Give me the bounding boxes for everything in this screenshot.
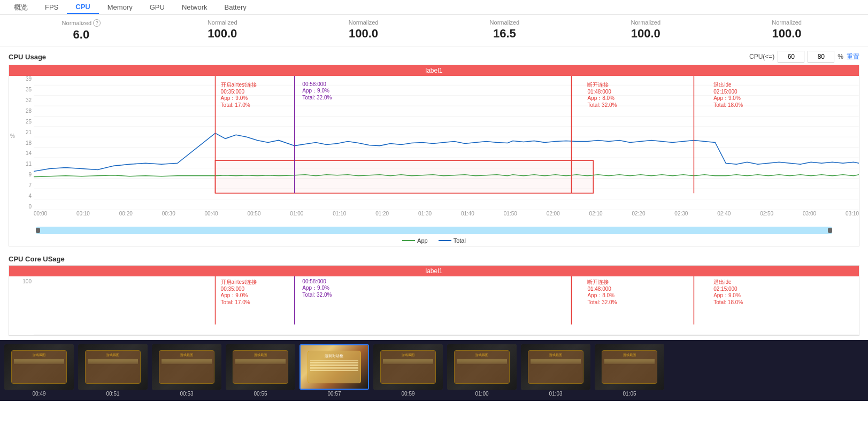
thumbnail-1[interactable]: 游戏截图 00:51 [78, 344, 148, 397]
stat-value-2: 100.0 [293, 27, 434, 41]
thumb-content-5: 游戏截图 [373, 344, 443, 390]
cpu-core-y-axis: 100 [9, 279, 34, 284]
scrollbar-left-handle[interactable] [36, 228, 40, 233]
chart-legend: App Total [9, 235, 859, 246]
legend-app-label: App [417, 237, 428, 244]
stat-col-1: Normalized 100.0 [152, 19, 293, 42]
stats-row: Normalized ? 6.0 Normalized 100.0 Normal… [0, 15, 868, 47]
legend-total-label: Total [454, 237, 466, 244]
legend-app-line [402, 240, 415, 241]
core-annotation-1: 开启airtest连接00:35:000App：9.0%Total: 17.0% [221, 279, 257, 305]
cpu-usage-title: CPU Usage [9, 53, 46, 61]
thumb-img-6: 游戏截图 [447, 344, 517, 390]
stat-label-5: Normalized [716, 19, 857, 26]
thumbnail-6[interactable]: 游戏截图 01:00 [447, 344, 517, 397]
cpu-usage-chart: label1 0 4 7 9 11 14 18 21 25 28 32 35 3… [9, 65, 859, 246]
thumb-game-ui-1: 游戏截图 [85, 350, 141, 384]
thumb-img-0: 游戏截图 [4, 344, 74, 390]
thumb-time-4: 00:57 [299, 391, 369, 397]
cpu-usage-chart-area: 0 4 7 9 11 14 18 21 25 28 32 35 39 % [9, 76, 859, 226]
stat-value-5: 100.0 [716, 27, 857, 41]
threshold-low-input[interactable] [778, 51, 804, 63]
stat-label-1: Normalized [152, 19, 293, 26]
thumb-game-ui-7: 游戏截图 [528, 350, 583, 384]
thumb-time-8: 01:05 [595, 391, 664, 397]
thumb-game-ui-3: 游戏截图 [233, 350, 288, 384]
threshold-controls: CPU(<=) % 重置 [749, 51, 859, 63]
cpu-core-section: CPU Core USage label1 100 开启airtest连接00:… [0, 251, 868, 340]
cpu-core-label-bar: label1 [9, 266, 859, 276]
legend-app: App [402, 237, 428, 244]
scrollbar-right-handle[interactable] [828, 228, 832, 233]
annotation-3: 断开连接01:48:000App：8.0%Total: 32.0% [587, 81, 617, 108]
thumbnails-section: 游戏截图 00:49 游 [0, 340, 868, 401]
thumb-game-ui-6: 游戏截图 [454, 350, 510, 384]
thumbnail-2[interactable]: 游戏截图 00:53 [152, 344, 221, 397]
stat-label-2: Normalized [293, 19, 434, 26]
thumb-img-8: 游戏截图 [595, 344, 664, 390]
nav-memory[interactable]: Memory [99, 1, 141, 13]
cpu-usage-label-bar: label1 [9, 65, 859, 76]
legend-total-line [439, 240, 451, 241]
thumb-img-5: 游戏截图 [373, 344, 443, 390]
threshold-high-input[interactable] [808, 51, 834, 63]
svg-rect-13 [215, 160, 593, 193]
nav-network[interactable]: Network [173, 1, 216, 13]
thumbnail-4[interactable]: 游戏对话框 00:57 [299, 344, 369, 397]
nav-battery[interactable]: Battery [216, 1, 255, 13]
thumb-time-0: 00:49 [4, 391, 74, 397]
stat-col-2: Normalized 100.0 [293, 19, 434, 42]
thumbnails-row: 游戏截图 00:49 游 [0, 344, 868, 397]
thumb-img-4: 游戏对话框 [299, 344, 369, 390]
thumb-time-5: 00:59 [373, 391, 443, 397]
reset-button[interactable]: 重置 [847, 52, 859, 61]
stat-label-0: Normalized ? [11, 19, 152, 27]
thumbnail-8[interactable]: 游戏截图 01:05 [595, 344, 664, 397]
nav-cpu[interactable]: CPU [67, 1, 98, 14]
cpu-core-header: CPU Core USage [9, 255, 859, 263]
threshold-unit: % [838, 53, 843, 60]
thumb-img-2: 游戏截图 [152, 344, 221, 390]
thumb-content-7: 游戏截图 [521, 344, 590, 390]
thumb-time-3: 00:55 [226, 391, 295, 397]
cpu-usage-header: CPU Usage CPU(<=) % 重置 [9, 51, 859, 63]
thumb-img-3: 游戏截图 [226, 344, 295, 390]
thumb-content-6: 游戏截图 [447, 344, 517, 390]
top-navigation: 概览 FPS CPU Memory GPU Network Battery [0, 0, 868, 15]
thumb-game-ui-0: 游戏截图 [11, 350, 67, 384]
cpu-usage-section: CPU Usage CPU(<=) % 重置 label1 0 4 7 9 11… [0, 47, 868, 251]
cpu-core-chart-area: 100 开启airtest连接00:35:000App：9.0%Total: 1… [9, 276, 859, 335]
thumb-time-6: 01:00 [447, 391, 517, 397]
thumbnail-7[interactable]: 游戏截图 01:03 [521, 344, 590, 397]
nav-overview[interactable]: 概览 [5, 1, 36, 14]
thumb-time-1: 00:51 [78, 391, 148, 397]
thumb-game-ui-2: 游戏截图 [159, 350, 214, 384]
thumb-game-ui-8: 游戏截图 [602, 350, 657, 384]
thumb-time-2: 00:53 [152, 391, 221, 397]
thumb-content-3: 游戏截图 [226, 344, 295, 390]
thumb-game-ui-5: 游戏截图 [380, 350, 436, 384]
nav-fps[interactable]: FPS [36, 1, 67, 13]
threshold-label: CPU(<=) [749, 53, 774, 60]
thumbnail-3[interactable]: 游戏截图 00:55 [226, 344, 295, 397]
stat-col-0: Normalized ? 6.0 [11, 19, 152, 42]
thumb-game-ui-4: 游戏对话框 [308, 351, 362, 383]
stat-value-0: 6.0 [11, 28, 152, 42]
thumb-content-4: 游戏对话框 [301, 345, 368, 389]
thumb-time-7: 01:03 [521, 391, 590, 397]
stat-value-4: 100.0 [575, 27, 716, 41]
stat-value-3: 16.5 [434, 27, 575, 41]
stat-label-4: Normalized [575, 19, 716, 26]
annotation-4: 退出ide02:15:000App：9.0%Total: 18.0% [713, 81, 743, 108]
info-icon-0[interactable]: ? [93, 19, 101, 27]
annotation-1: 开启airtest连接00:35:000App：9.0%Total: 17.0% [221, 81, 257, 108]
core-annotation-3: 断开连接01:48:000App：8.0%Total: 32.0% [587, 279, 617, 305]
thumbnail-5[interactable]: 游戏截图 00:59 [373, 344, 443, 397]
cpu-core-title: CPU Core USage [9, 255, 65, 263]
chart-scrollbar[interactable] [36, 227, 832, 234]
core-annotation-4: 退出ide02:15:000App：9.0%Total: 18.0% [713, 279, 743, 305]
thumbnail-0[interactable]: 游戏截图 00:49 [4, 344, 74, 397]
thumb-content-1: 游戏截图 [78, 344, 148, 390]
stat-col-4: Normalized 100.0 [575, 19, 716, 42]
nav-gpu[interactable]: GPU [141, 1, 173, 13]
